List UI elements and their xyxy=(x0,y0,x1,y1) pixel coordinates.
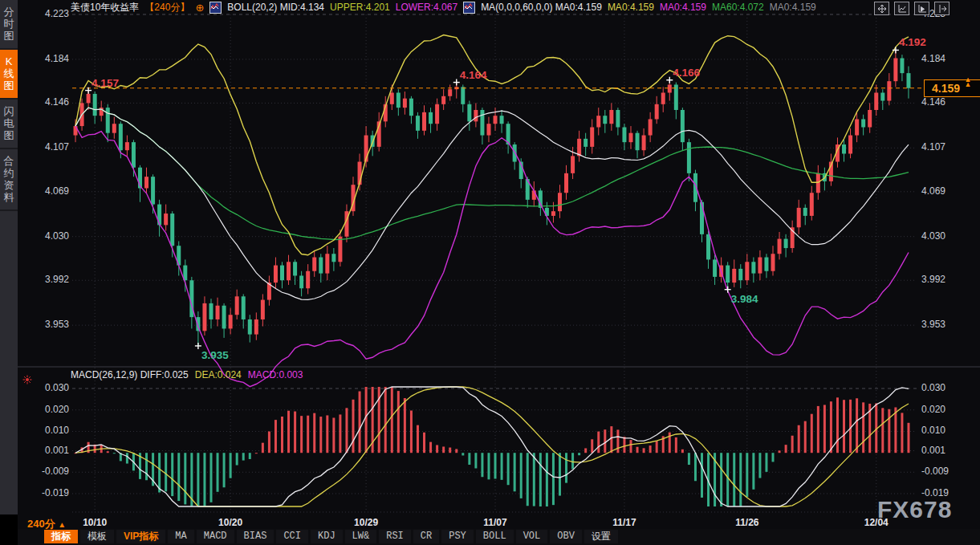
annotation-label: 4.192 xyxy=(899,36,926,48)
toolbar-button-RSI[interactable]: RSI xyxy=(379,530,411,543)
sidebar-tab-合约资料[interactable]: 合约资料 xyxy=(0,149,18,211)
date-tick-label: 10/10 xyxy=(83,517,107,528)
header-segment: MA0:4.159 xyxy=(770,0,816,15)
axis-tick-label: 4.069 xyxy=(921,185,945,197)
axis-tick-label: 4.069 xyxy=(29,185,69,197)
toolbar-button-CCI[interactable]: CCI xyxy=(276,530,308,543)
chart-mini-icon xyxy=(209,2,222,14)
header-segment: MA0:4.159 xyxy=(660,0,706,15)
axis-tick-label: 0.010 xyxy=(921,425,945,436)
axis-tick-label: 0.001 xyxy=(921,445,945,456)
boll-mid-line xyxy=(75,108,909,299)
macd-legend-segment: MACD:0.003 xyxy=(248,369,303,380)
sidebar-bottom-filler xyxy=(0,514,18,545)
macd-legend: MACD(26,12,9) DIFF:0.025DEA:0.024MACD:0.… xyxy=(71,369,303,380)
collapse-right-tool-icon[interactable] xyxy=(934,2,950,15)
annotation-label: 4.166 xyxy=(673,67,700,79)
macd-legend-segment: DEA:0.024 xyxy=(195,369,242,380)
axis-tick-label: -0.009 xyxy=(29,466,69,477)
axis-tick-label: -0.009 xyxy=(921,466,949,477)
toolbar-button-MACD[interactable]: MACD xyxy=(197,530,234,543)
annotation-label: 3.935 xyxy=(201,349,229,361)
annotation-label: 4.164 xyxy=(460,69,487,81)
header-segment: BOLL(20,2) MID:4.134 xyxy=(227,0,324,15)
axis-tick-label: 0.030 xyxy=(921,382,945,393)
toolbar-button-MA[interactable]: MA xyxy=(168,530,193,543)
macd-pane xyxy=(75,387,910,506)
toolbar-button-OBV[interactable]: OBV xyxy=(550,530,582,543)
axis-tick-label: 4.030 xyxy=(29,230,69,242)
header-segment: MA60:4.072 xyxy=(712,0,764,15)
axis-tick-label: 3.953 xyxy=(921,319,945,330)
toolbar-button-CR[interactable]: CR xyxy=(413,530,439,543)
crosshair-tool-icon[interactable] xyxy=(874,2,889,15)
header-segment: 美债10年收益率 xyxy=(71,0,139,15)
sidebar: 分时图K线图闪电图合约资料 xyxy=(0,0,18,514)
toolbar-button-BIAS[interactable]: BIAS xyxy=(237,530,274,543)
toolbar-button-LW&[interactable]: LW& xyxy=(345,530,377,543)
header-segment: 【240分】 xyxy=(144,0,189,15)
axis-tick-label: 4.146 xyxy=(921,96,945,108)
date-tick-label: 11/17 xyxy=(612,517,636,528)
sidebar-tab-闪电图[interactable]: 闪电图 xyxy=(0,100,18,149)
header-segment: UPPER:4.201 xyxy=(330,0,390,15)
date-tick-label: 10/29 xyxy=(354,517,378,528)
toolbar-button-KDJ[interactable]: KDJ xyxy=(311,530,343,543)
chart-play-tool-icon[interactable] xyxy=(914,2,929,15)
toolbar-button-VOL[interactable]: VOL xyxy=(516,530,548,543)
axis-tick-label: 0.010 xyxy=(29,425,69,436)
chart-mini-icon xyxy=(463,2,475,14)
toolbar-button-设置[interactable]: 设置 xyxy=(584,530,618,543)
sidebar-tab-K线图[interactable]: K线图 xyxy=(0,50,18,100)
macd-legend-segment: MACD(26,12,9) DIFF:0.025 xyxy=(71,369,189,380)
header-segment: MA(0,0,0,60,0,0) MA0:4.159 xyxy=(481,0,602,15)
watermark: FX678 xyxy=(877,496,952,523)
date-tick-label: 10/20 xyxy=(218,517,242,528)
axis-tick-label: 4.223 xyxy=(29,8,69,19)
chart-tools xyxy=(874,2,950,15)
price-alert-arrows-icon: ▲▲ xyxy=(963,77,973,87)
toolbar-button-PSY[interactable]: PSY xyxy=(441,530,474,543)
period-dropdown-arrow-icon: ▲ xyxy=(58,520,66,529)
circle-plus-icon[interactable]: ⊕ xyxy=(195,2,204,13)
axis-tick-label: 4.030 xyxy=(921,230,945,242)
axis-chart-tool-icon[interactable] xyxy=(894,2,909,15)
sidebar-tab-分时图[interactable]: 分时图 xyxy=(0,0,18,50)
axis-tick-label: 0.020 xyxy=(29,404,69,415)
date-tick-label: 11/07 xyxy=(483,517,506,528)
period-label: 240分 xyxy=(27,518,55,530)
chart-canvas[interactable]: 4.1573.9354.1644.1663.9844.192 xyxy=(18,0,980,514)
axis-tick-label: 3.992 xyxy=(29,274,69,285)
indicator-header: 美债10年收益率【240分】⊕BOLL(20,2) MID:4.134UPPER… xyxy=(71,0,816,15)
axis-tick-label: 4.184 xyxy=(921,53,945,64)
diff-line xyxy=(75,387,909,506)
axis-tick-label: 0.020 xyxy=(921,404,945,415)
toolbar-button-模板[interactable]: 模板 xyxy=(80,530,114,543)
axis-tick-label: 3.953 xyxy=(29,319,69,330)
axis-tick-label: 4.184 xyxy=(29,53,69,64)
header-segment: LOWER:4.067 xyxy=(396,0,457,15)
toolbar-button-指标[interactable]: 指标 xyxy=(44,530,78,543)
annotation-label: 4.157 xyxy=(91,77,119,89)
axis-tick-label: -0.019 xyxy=(29,487,69,498)
axis-tick-label: 4.107 xyxy=(921,141,945,153)
indicator-toolbar: 指标模板VIP指标MAMACDBIASCCIKDJLW&RSICRPSYBOLL… xyxy=(44,530,618,545)
gridlines xyxy=(18,14,980,512)
axis-tick-label: 4.146 xyxy=(29,96,69,108)
chart-application: 分时图K线图闪电图合约资料 4.1573.9354.1644.1663.9844… xyxy=(0,0,980,545)
toolbar-button-BOLL[interactable]: BOLL xyxy=(476,530,514,543)
axis-tick-label: 4.107 xyxy=(29,141,69,153)
axis-tick-label: 0.030 xyxy=(29,382,69,393)
dea-line xyxy=(75,387,909,506)
annotation-label: 3.984 xyxy=(731,293,758,305)
axis-tick-label: 3.992 xyxy=(921,274,945,285)
header-segment: MA0:4.159 xyxy=(608,0,654,15)
toolbar-button-VIP指标[interactable]: VIP指标 xyxy=(116,530,165,543)
ma60-line xyxy=(75,108,909,239)
date-tick-label: 11/26 xyxy=(735,517,758,528)
boll-upper-line xyxy=(75,35,909,255)
axis-tick-label: 0.001 xyxy=(29,445,69,456)
